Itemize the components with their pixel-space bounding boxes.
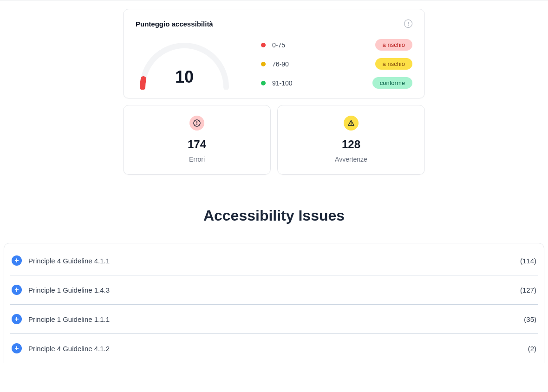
plus-icon: + [12,285,22,295]
gauge-arc-icon [136,36,233,90]
issue-row[interactable]: + Principle 4 Guideline 4.1.1 (114) [10,246,538,275]
score-legend: 0-75 a rischio 76-90 a rischio 91-100 co… [261,37,412,89]
plus-icon: + [12,343,22,353]
errors-label: Errori [128,156,266,163]
score-gauge: 10 [136,36,233,90]
issue-row[interactable]: + Principle 1 Guideline 1.4.3 (127) [10,275,538,305]
legend-row-mid: 76-90 a rischio [261,58,412,70]
plus-icon: + [12,255,22,266]
issue-count: (114) [520,257,536,265]
status-badge: conforme [372,77,412,89]
status-badge: a rischio [375,58,412,70]
issue-label: Principle 4 Guideline 4.1.1 [28,257,110,265]
info-icon[interactable]: ! [404,20,412,28]
dot-yellow-icon [261,62,266,66]
svg-point-4 [351,124,352,125]
svg-point-2 [196,124,197,125]
warning-icon [344,116,359,131]
issue-row[interactable]: + Principle 1 Guideline 1.1.1 (35) [10,305,538,334]
error-icon [189,116,204,131]
issue-count: (127) [520,286,536,294]
status-badge: a rischio [375,39,412,51]
score-card-header: Punteggio accessibilità ! [136,20,412,28]
dot-green-icon [261,81,266,85]
issue-label: Principle 4 Guideline 4.1.2 [28,345,110,353]
issues-panel: + Principle 4 Guideline 4.1.1 (114) + Pr… [4,243,544,363]
issue-count: (35) [524,315,536,323]
legend-range: 76-90 [272,60,300,68]
plus-icon: + [12,314,22,324]
legend-range: 0-75 [272,41,300,49]
score-title: Punteggio accessibilità [136,20,213,28]
issue-count: (2) [528,345,536,353]
warnings-label: Avvertenze [282,156,420,163]
dashboard: Punteggio accessibilità ! 10 0-75 a risc… [123,9,425,175]
warnings-value: 128 [282,138,420,151]
legend-range: 91-100 [272,79,300,87]
issue-row[interactable]: + Principle 4 Guideline 4.1.2 (2) [10,334,538,363]
legend-row-high: 91-100 conforme [261,77,412,89]
issue-label: Principle 1 Guideline 1.4.3 [28,286,110,294]
warnings-card: 128 Avvertenze [277,105,425,175]
issue-label: Principle 1 Guideline 1.1.1 [28,315,110,323]
errors-card: 174 Errori [123,105,271,175]
stat-cards: 174 Errori 128 Avvertenze [123,105,425,175]
issues-title: Accessibility Issues [0,207,548,224]
dot-red-icon [261,43,266,47]
errors-value: 174 [128,138,266,151]
score-card-body: 10 0-75 a rischio 76-90 a rischio 91-100… [136,36,412,90]
score-card: Punteggio accessibilità ! 10 0-75 a risc… [123,9,425,98]
legend-row-low: 0-75 a rischio [261,39,412,51]
